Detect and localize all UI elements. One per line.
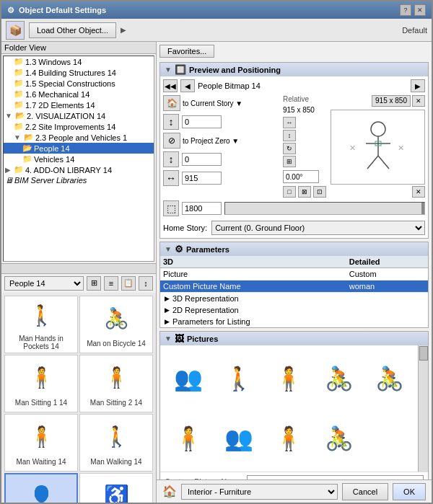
elevation-input[interactable] xyxy=(182,153,222,166)
sub-expand-icon: ▶ xyxy=(165,318,170,325)
tree-item-people-vehicles[interactable]: ▼ 📂 2.3 People and Vehicles 1 xyxy=(4,132,154,143)
folder-icon: 📂 xyxy=(24,133,34,142)
extra-btn1[interactable]: □ xyxy=(283,186,296,198)
preview-left-controls: 🏠 to Current Story ▼ ↕ ⊘ xyxy=(163,95,279,198)
thumb-man-hands[interactable]: 🚶 Man Hands in Pockets 14 xyxy=(4,296,78,353)
favorites-button[interactable]: Favorites... xyxy=(159,45,214,58)
parameters-header[interactable]: ▼ ⚙ Parameters xyxy=(160,242,428,256)
width-row: ↔ xyxy=(163,170,279,186)
thumb-man-sitting2[interactable]: 🧍 Man Sitting 2 14 xyxy=(79,355,153,412)
params-2d-rep[interactable]: ▶ 2D Representation xyxy=(160,304,428,316)
pic-figure: 🚴 xyxy=(318,410,361,467)
to-project-zero-label[interactable]: to Project Zero ▼ xyxy=(183,137,279,145)
folder-icon: 📁 xyxy=(14,165,24,174)
tree-item-people[interactable]: 📂 People 14 xyxy=(4,143,154,154)
pic-item-6[interactable]: 🧍 xyxy=(165,410,213,467)
pic-figure: 👥 xyxy=(167,350,210,407)
pic-item-2[interactable]: 🚶 xyxy=(215,350,263,407)
pic-item-1[interactable]: 👥 xyxy=(165,350,213,407)
thumb-label: Man Sitting 2 14 xyxy=(90,399,142,407)
preview-section-header[interactable]: ▼ 🔲 Preview and Positioning xyxy=(160,63,428,76)
load-object-button[interactable]: Load Other Object... xyxy=(29,22,116,38)
section-collapse-icon: ▼ xyxy=(165,335,172,342)
tree-item-mechanical[interactable]: 📁 1.6 Mechanical 14 xyxy=(4,89,154,100)
ok-button[interactable]: OK xyxy=(393,483,426,500)
canvas-bottom-controls: ✕ xyxy=(331,186,425,198)
home-story-select[interactable]: Current (0. Ground Floor) xyxy=(211,221,425,235)
param-custom-value: woman xyxy=(346,280,428,293)
height-input[interactable] xyxy=(182,115,222,128)
canvas-close-button[interactable]: ✕ xyxy=(412,95,425,107)
prev-prev-button[interactable]: ◀◀ xyxy=(163,79,178,92)
extra-btn2[interactable]: ⊠ xyxy=(298,186,311,198)
extra-btn3[interactable]: ⊡ xyxy=(313,186,326,198)
tree-item-2d[interactable]: 📁 1.7 2D Elements 14 xyxy=(4,100,154,110)
pic-item-4[interactable]: 🚴 xyxy=(315,350,364,407)
help-button[interactable]: ? xyxy=(400,4,411,16)
cancel-button[interactable]: Cancel xyxy=(342,483,388,500)
thumb-people-bitmap[interactable]: 👤 People Bitmap 14 xyxy=(4,473,78,503)
footer-select[interactable]: Interior - Furniture xyxy=(181,484,338,500)
list-view-button[interactable]: ≡ xyxy=(104,276,118,291)
tree-item-addon[interactable]: ▶ 📁 4. ADD-ON LIBRARY 14 xyxy=(4,164,154,175)
tree-item-special[interactable]: 📁 1.5 Special Constructions xyxy=(4,78,154,89)
grid-view-button[interactable]: ⊞ xyxy=(87,276,101,291)
tree-item-visualization[interactable]: ▼ 📂 2. VISUALIZATION 14 xyxy=(4,110,154,121)
right-scroll-area: Favorites... ▼ 🔲 Preview and Positioning… xyxy=(157,42,432,479)
tree-item-vehicles[interactable]: 📁 Vehicles 14 xyxy=(4,154,154,164)
param-custom-label: Custom Picture Name xyxy=(160,280,346,293)
title-bar-controls: ? ✕ xyxy=(400,4,426,16)
preview-body: ◀◀ ◀ People Bitmap 14 ▶ 🏠 xyxy=(160,76,428,238)
horizontal-scrollbar[interactable] xyxy=(1,263,156,273)
detail-view-button[interactable]: 📋 xyxy=(121,276,136,291)
params-3d-rep[interactable]: ▶ 3D Representation xyxy=(160,293,428,304)
thumb-man-walking[interactable]: 🚶 Man Walking 14 xyxy=(79,414,153,472)
parameters-title: Parameters xyxy=(186,245,229,254)
tree-view[interactable]: 📁 1.3 Windows 14 📁 1.4 Building Structur… xyxy=(3,56,154,262)
rotate-button[interactable]: ↻ xyxy=(283,143,296,154)
thumb-man-sitting1[interactable]: 🧍 Man Sitting 1 14 xyxy=(4,355,78,412)
canvas-extra-btn[interactable]: ✕ xyxy=(412,186,425,198)
thumb-wheelchair[interactable]: ♿ Wheelchair Man 14 xyxy=(79,473,153,503)
col-detailed-header: Detailed xyxy=(346,256,428,268)
to-current-story-label[interactable]: to Current Story ▼ xyxy=(183,100,279,107)
project-zero-row: ⊘ to Project Zero ▼ xyxy=(163,133,279,149)
prev-button[interactable]: ◀ xyxy=(180,79,195,92)
category-dropdown[interactable]: People 14 xyxy=(4,276,84,291)
thumb-image: 🧍 xyxy=(16,417,66,456)
tree-item-windows[interactable]: 📁 1.3 Windows 14 xyxy=(4,56,154,67)
pic-item-3[interactable]: 🧍 xyxy=(265,350,313,407)
degree-input[interactable] xyxy=(283,170,319,183)
thumb-label: Man Sitting 1 14 xyxy=(15,399,67,407)
tree-item-site[interactable]: 📁 2.2 Site Improvements 14 xyxy=(4,121,154,132)
sort-button[interactable]: ↕ xyxy=(139,276,153,291)
tree-item-bim[interactable]: 🖥 BIM Server Libraries xyxy=(4,175,154,185)
params-row-custom-name[interactable]: Custom Picture Name woman xyxy=(160,280,428,293)
thumb-man-bicycle[interactable]: 🚴 Man on Bicycle 14 xyxy=(79,296,153,353)
tree-item-building[interactable]: 📁 1.4 Building Structures 14 xyxy=(4,67,154,78)
svg-text:✕: ✕ xyxy=(398,143,404,152)
pictures-section: ▼ 🖼 Pictures 👥 🚶 xyxy=(159,331,429,479)
folder-icon: 📁 xyxy=(14,68,24,77)
pic-item-8[interactable]: 🧍 xyxy=(265,410,313,467)
next-button[interactable]: ▶ xyxy=(411,79,425,92)
pic-item-9[interactable]: 🚴 xyxy=(315,410,364,467)
mirror-button[interactable]: ⊞ xyxy=(283,156,296,167)
pictures-header[interactable]: ▼ 🖼 Pictures xyxy=(160,332,428,345)
thumb-man-waiting[interactable]: 🧍 Man Waiting 14 xyxy=(4,414,78,472)
main-window: ⚙ Object Default Settings ? ✕ 📦 Load Oth… xyxy=(0,0,433,504)
preview-svg: ✕ ✕ xyxy=(346,118,411,176)
flip-v-button[interactable]: ↕ xyxy=(283,130,296,141)
close-button[interactable]: ✕ xyxy=(414,4,426,16)
main-content: Folder View 📁 1.3 Windows 14 📁 1.4 Build… xyxy=(1,42,432,503)
pictures-scrollbar[interactable] xyxy=(418,345,428,472)
params-row-picture[interactable]: Picture Custom xyxy=(160,268,428,280)
width-input[interactable] xyxy=(182,172,222,185)
height-slider[interactable] xyxy=(224,202,425,215)
folder-icon: 📁 xyxy=(22,154,32,164)
flip-h-button[interactable]: ↔ xyxy=(283,117,296,128)
height2-input[interactable] xyxy=(182,202,222,215)
params-listing[interactable]: ▶ Parameters for Listing xyxy=(160,316,428,327)
pic-item-5[interactable]: 🚴 xyxy=(365,350,414,407)
pic-item-7[interactable]: 👥 xyxy=(215,410,263,467)
